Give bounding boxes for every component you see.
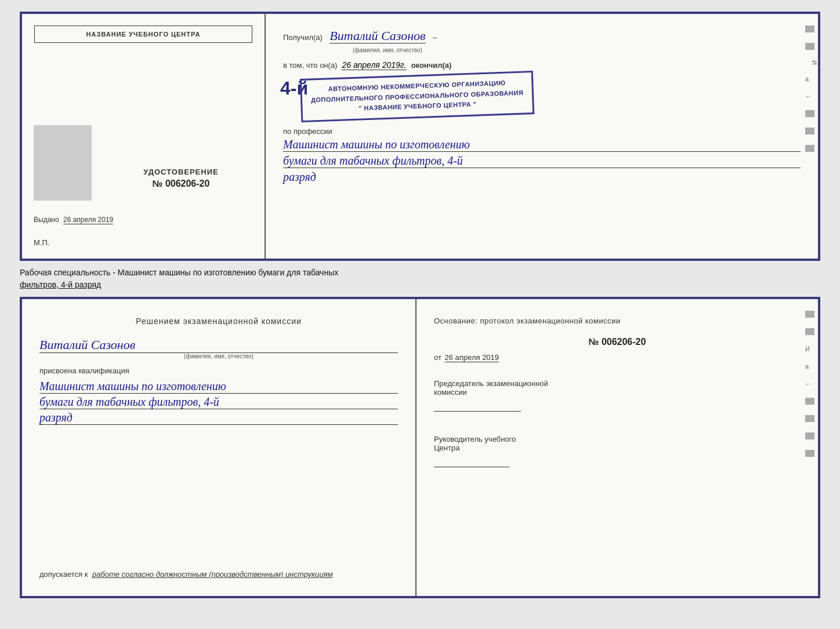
org-name-box: НАЗВАНИЕ УЧЕБНОГО ЦЕНТРА — [34, 26, 252, 43]
between-label: Рабочая специальность - Машинист машины … — [20, 266, 820, 292]
bottom-cert-right: Основание: протокол экзаменационной коми… — [417, 299, 818, 596]
vtom-prefix: в том, что он(а) — [283, 61, 337, 70]
side-b-label-i: И — [805, 346, 818, 352]
bar-b4 — [805, 415, 814, 422]
dopusk-italic: работе согласно должностным (производств… — [92, 570, 333, 579]
predsedatel-podpis — [434, 411, 521, 412]
vtom-block: в том, что он(а) 26 апреля 2019г. окончи… — [283, 60, 801, 70]
vydano-date: 26 апреля 2019 — [63, 216, 113, 224]
proprofessii: по профессии — [283, 127, 801, 136]
udost-label: УДОСТОВЕРЕНИЕ — [109, 168, 253, 176]
resheniem-text: Решением экзаменационной комиссии — [39, 317, 398, 326]
side-bars-bottom: И а ← — [805, 299, 818, 596]
bar-5 — [805, 145, 814, 152]
okoncil-label: окончил(а) — [411, 61, 452, 70]
udost-block: УДОСТОВЕРЕНИЕ № 006206-20 — [109, 168, 253, 189]
kvalif-line1: Машинист машины по изготовлению — [39, 380, 398, 394]
vydano-label: Выдано — [34, 216, 59, 224]
bar-b1 — [805, 311, 814, 318]
dopuskaetsya-line: допускается к работе согласно должностны… — [39, 570, 398, 579]
between-prefix: Рабочая специальность - Машинист машины … — [20, 268, 338, 277]
bar-b5 — [805, 432, 814, 439]
prot-number: № 006206-20 — [434, 337, 801, 347]
bottom-fio-hint: (фамилия, имя, отчество) — [39, 353, 398, 359]
vydano-line: Выдано 26 апреля 2019 — [34, 216, 253, 224]
rukovod-block: Руководитель учебного Центра — [434, 435, 801, 467]
vtom-date: 26 апреля 2019г. — [342, 60, 406, 70]
top-cert-right: Получил(а) Виталий Сазонов – (фамилия, и… — [266, 14, 818, 259]
predsedatel-line1: Председатель экзаменационной — [434, 379, 801, 388]
rukovod-podpis — [434, 467, 509, 467]
rukovod-line2: Центра — [434, 443, 801, 452]
bar-b6 — [805, 450, 814, 457]
osnovanie-text: Основание: протокол экзаменационной коми… — [434, 317, 801, 325]
rukovod-line1: Руководитель учебного — [434, 435, 801, 443]
side-b-label-a: а — [805, 363, 818, 370]
prisvoena-text: присвоена квалификация — [39, 366, 398, 375]
udost-number: № 006206-20 — [109, 179, 253, 189]
ot-date: 26 апреля 2019 — [445, 353, 499, 362]
between-underline: фильтров, 4-й разряд — [20, 280, 101, 289]
mp-line: М.П. — [34, 238, 49, 247]
fio-hint-top: (фамилия, имя, отчество) — [353, 47, 801, 53]
predsedatel-line2: комиссии — [434, 388, 801, 397]
bar-1 — [805, 26, 814, 32]
ot-date-line: от 26 апреля 2019 — [434, 353, 801, 362]
side-label-a: а — [805, 75, 818, 82]
bar-b3 — [805, 398, 814, 405]
bottom-cert-left: Решением экзаменационной комиссии Витали… — [22, 299, 417, 596]
document-container: НАЗВАНИЕ УЧЕБНОГО ЦЕНТРА УДОСТОВЕРЕНИЕ №… — [20, 12, 820, 598]
kvalif-line2: бумаги для табачных фильтров, 4-й — [39, 395, 398, 409]
bar-2 — [805, 43, 814, 50]
top-cert-left: НАЗВАНИЕ УЧЕБНОГО ЦЕНТРА УДОСТОВЕРЕНИЕ №… — [22, 14, 266, 259]
side-b-label-arrow: ← — [805, 380, 818, 387]
top-certificate: НАЗВАНИЕ УЧЕБНОГО ЦЕНТРА УДОСТОВЕРЕНИЕ №… — [20, 12, 820, 261]
side-label-arrow: ← — [805, 93, 818, 100]
stamp-block: 4-й АВТОНОМНУЮ НЕКОММЕРЧЕСКУЮ ОРГАНИЗАЦИ… — [300, 75, 801, 118]
side-label-i: И — [805, 60, 818, 65]
photo-area — [34, 125, 92, 201]
bar-b2 — [805, 328, 814, 335]
prof-line2: бумаги для табачных фильтров, 4-й — [283, 154, 801, 168]
prof-line1: Машинист машины по изготовлению — [283, 138, 801, 152]
dopusk-prefix: допускается к — [39, 570, 88, 579]
recipient-name: Виталий Сазонов — [330, 28, 425, 43]
bottom-name: Виталий Сазонов — [39, 337, 398, 353]
poluchil-prefix: Получил(а) — [283, 33, 323, 42]
ot-prefix: от — [434, 353, 441, 362]
bottom-certificate: Решением экзаменационной комиссии Витали… — [20, 297, 820, 598]
bar-3 — [805, 110, 814, 117]
bar-4 — [805, 128, 814, 134]
dash: – — [433, 33, 437, 42]
prof-line3: разряд — [283, 170, 801, 184]
side-bars-top: И а ← — [805, 14, 818, 259]
kvalif-line3: разряд — [39, 411, 398, 425]
predsedatel-block: Председатель экзаменационной комиссии — [434, 379, 801, 412]
stamp-rect: АВТОНОМНУЮ НЕКОММЕРЧЕСКУЮ ОРГАНИЗАЦИЮ ДО… — [300, 71, 535, 122]
poluchil-line: Получил(а) Виталий Сазонов – — [283, 28, 801, 43]
